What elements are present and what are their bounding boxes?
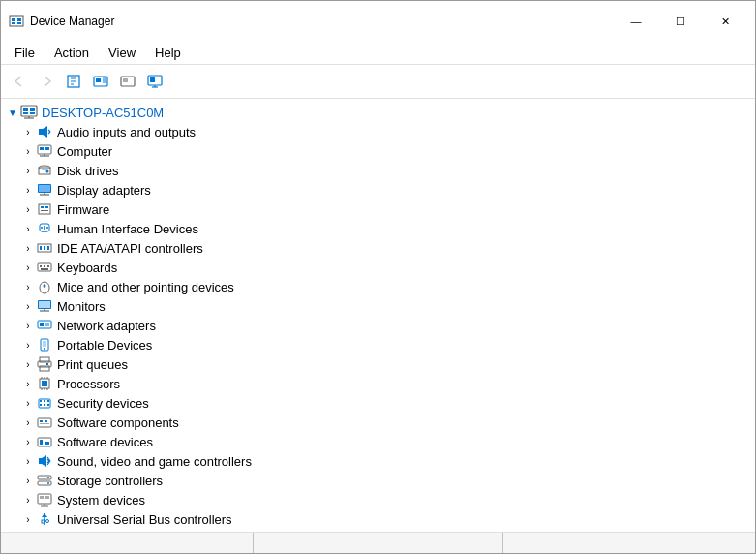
svg-point-109: [47, 477, 49, 478]
computer-sm-icon: [36, 143, 53, 159]
ide-icon: [36, 240, 53, 256]
svg-rect-53: [40, 246, 42, 250]
list-item[interactable]: › Sound, video and game controllers: [1, 451, 755, 471]
chevron-icon: ›: [20, 240, 36, 256]
list-item[interactable]: › System devices: [1, 490, 755, 509]
svg-marker-28: [43, 126, 47, 138]
svg-rect-40: [39, 185, 50, 192]
list-item[interactable]: › Firmware: [1, 200, 755, 219]
svg-rect-2: [17, 18, 21, 21]
svg-rect-90: [47, 400, 49, 402]
menu-view[interactable]: View: [99, 42, 145, 64]
svg-rect-4: [17, 22, 21, 24]
chevron-icon: ›: [20, 143, 36, 159]
item-label: Disk drives: [57, 164, 119, 178]
chevron-icon: ›: [20, 356, 36, 372]
tree-root[interactable]: ▼ DESKTOP-AC51C0M: [1, 103, 755, 122]
svg-rect-100: [45, 442, 49, 445]
list-item[interactable]: › Disk drives: [1, 161, 755, 180]
list-item[interactable]: › Security devices: [1, 393, 755, 413]
item-label: Network adapters: [57, 319, 156, 333]
chevron-icon: ›: [20, 511, 36, 527]
properties-button[interactable]: [61, 69, 86, 94]
svg-rect-1: [12, 18, 15, 21]
svg-line-30: [48, 132, 50, 134]
tree-view[interactable]: ▼ DESKTOP-AC51C0M › Audio inputs a: [1, 99, 755, 532]
root-chevron: ▼: [5, 105, 20, 120]
list-item[interactable]: › Software components: [1, 413, 755, 432]
storage-icon: [36, 473, 53, 488]
svg-rect-59: [47, 265, 49, 267]
list-item[interactable]: › Network adapters: [1, 316, 755, 335]
item-label: Mice and other pointing devices: [57, 280, 234, 294]
item-label: Software devices: [57, 435, 153, 449]
list-item[interactable]: › Software devices: [1, 432, 755, 451]
list-item[interactable]: › Human Interface Devices: [1, 219, 755, 238]
chevron-icon: ›: [20, 492, 36, 508]
list-item[interactable]: › Print queues: [1, 354, 755, 374]
list-item[interactable]: › Monitors: [1, 296, 755, 316]
svg-rect-88: [40, 400, 42, 402]
svg-rect-89: [44, 400, 45, 402]
item-label: Print queues: [57, 357, 128, 372]
update-driver-button[interactable]: [88, 69, 113, 94]
chevron-icon: ›: [20, 415, 36, 430]
keyboard-icon: [36, 260, 53, 275]
toolbar: [1, 65, 755, 99]
chevron-icon: ›: [20, 163, 36, 178]
chevron-icon: ›: [20, 201, 36, 217]
item-label: Software components: [57, 416, 179, 430]
list-item[interactable]: › Mice and other pointing devices: [1, 277, 755, 296]
chevron-icon: ›: [20, 376, 36, 391]
list-item[interactable]: › Display adapters: [1, 180, 755, 200]
svg-rect-95: [40, 420, 43, 422]
forward-button[interactable]: [34, 69, 59, 94]
list-item[interactable]: › Storage controllers: [1, 471, 755, 490]
menu-file[interactable]: File: [5, 42, 45, 64]
chevron-icon: ›: [20, 182, 36, 198]
chevron-icon: ›: [20, 124, 36, 139]
item-label: Storage controllers: [57, 474, 163, 488]
list-item[interactable]: › Universal Serial Bus controllers: [1, 509, 755, 529]
system-icon: [36, 492, 53, 508]
item-label: Universal Serial Bus controllers: [57, 512, 232, 527]
svg-rect-27: [39, 129, 43, 135]
processor-icon: [36, 376, 53, 391]
chevron-icon: ›: [20, 221, 36, 236]
item-label: Security devices: [57, 396, 149, 411]
software-devices-icon: [36, 434, 53, 449]
svg-line-29: [48, 130, 50, 132]
svg-rect-15: [123, 78, 128, 82]
audio-icon: [36, 124, 53, 139]
svg-rect-65: [39, 301, 50, 308]
title-bar: Device Manager — ☐ ✕: [1, 1, 755, 42]
list-item[interactable]: › IDE ATA/ATAPI controllers: [1, 238, 755, 258]
maximize-button[interactable]: ☐: [658, 7, 703, 36]
disable-button[interactable]: [115, 69, 140, 94]
svg-rect-54: [44, 246, 45, 250]
list-item[interactable]: › Processors: [1, 374, 755, 393]
svg-rect-33: [45, 147, 49, 150]
list-item[interactable]: › Portable Devices: [1, 335, 755, 354]
svg-rect-99: [40, 440, 43, 445]
chevron-icon: ›: [20, 298, 36, 314]
software-components-icon: [36, 415, 53, 430]
svg-rect-19: [150, 77, 155, 82]
svg-point-119: [46, 520, 49, 523]
root-label: DESKTOP-AC51C0M: [42, 106, 164, 120]
back-button[interactable]: [7, 69, 32, 94]
window-controls: — ☐ ✕: [614, 7, 747, 36]
item-label: Computer: [57, 144, 112, 159]
list-item[interactable]: › Audio inputs and outputs: [1, 122, 755, 141]
menu-action[interactable]: Action: [45, 42, 99, 64]
menu-help[interactable]: Help: [145, 42, 191, 64]
svg-rect-58: [44, 265, 45, 267]
svg-point-38: [46, 170, 49, 173]
list-item[interactable]: › Keyboards: [1, 258, 755, 277]
chevron-icon: ›: [20, 337, 36, 353]
minimize-button[interactable]: —: [614, 7, 658, 36]
close-button[interactable]: ✕: [703, 7, 747, 36]
list-item[interactable]: › Computer: [1, 141, 755, 161]
monitor-button[interactable]: [142, 69, 167, 94]
status-bar: [1, 532, 755, 553]
